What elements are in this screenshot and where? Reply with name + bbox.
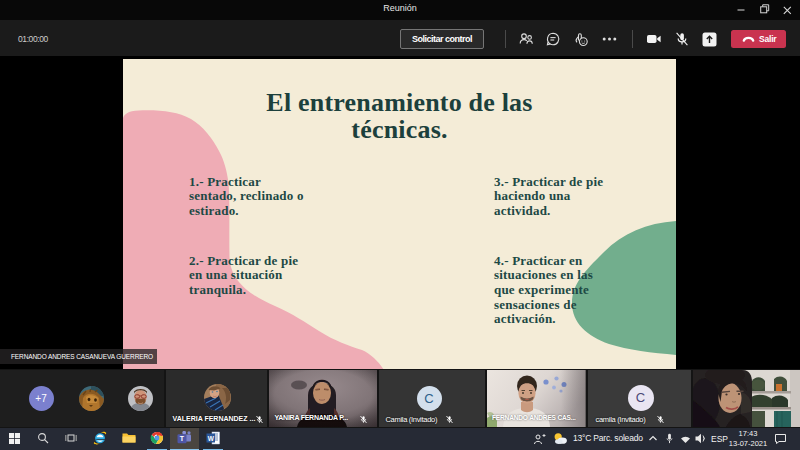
svg-text:T: T (180, 435, 185, 442)
svg-text:W: W (208, 435, 215, 442)
